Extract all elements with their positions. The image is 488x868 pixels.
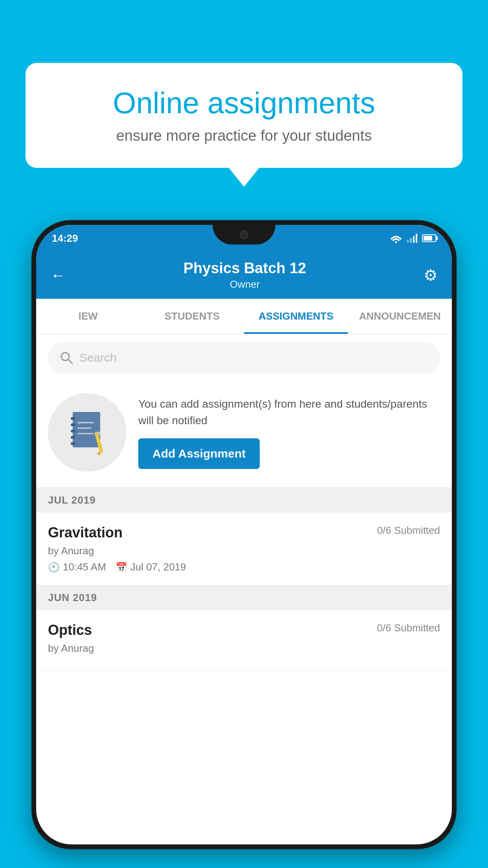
assignment-submitted-optics: 0/6 Submitted (377, 622, 440, 634)
tab-item-iew[interactable]: IEW (36, 299, 140, 334)
svg-rect-11 (77, 433, 94, 434)
promo-icon-circle (48, 393, 127, 472)
assignment-meta-gravitation: 🕙 10:45 AM 📅 Jul 07, 2019 (48, 561, 440, 573)
app-header: ← Physics Batch 12 Owner ⚙ (36, 252, 452, 299)
promo-description: You can add assignment(s) from here and … (138, 396, 440, 429)
back-button[interactable]: ← (50, 267, 66, 284)
speech-bubble-container: Online assignments ensure more practice … (26, 63, 462, 168)
assignment-item-optics[interactable]: Optics 0/6 Submitted by Anurag (36, 610, 452, 671)
tab-item-assignments[interactable]: ASSIGNMENTS (244, 299, 348, 334)
tab-item-announcements[interactable]: ANNOUNCEMEN (348, 299, 452, 334)
status-time: 14:29 (52, 232, 78, 245)
svg-rect-4 (71, 417, 75, 420)
assignment-time-gravitation: 10:45 AM (63, 561, 106, 573)
promo-content: You can add assignment(s) from here and … (138, 396, 440, 469)
header-title: Physics Batch 12 (183, 260, 306, 277)
speech-bubble-title: Online assignments (53, 86, 435, 120)
header-subtitle: Owner (183, 278, 306, 291)
tab-item-students[interactable]: STUDENTS (140, 299, 244, 334)
svg-rect-7 (71, 436, 75, 439)
clock-icon: 🕙 (48, 562, 60, 573)
search-bar[interactable]: Search (48, 342, 440, 373)
svg-rect-5 (71, 423, 75, 426)
camera (240, 230, 248, 239)
assignment-top-optics: Optics 0/6 Submitted (48, 622, 440, 638)
assignment-name-gravitation: Gravitation (48, 524, 123, 541)
search-container: Search (36, 334, 452, 381)
phone-inner: 14:29 (36, 225, 452, 844)
phone-frame: 14:29 (31, 220, 457, 849)
header-title-group: Physics Batch 12 Owner (183, 260, 306, 291)
meta-time-gravitation: 🕙 10:45 AM (48, 561, 106, 573)
notebook-icon (69, 410, 106, 455)
assignment-date-gravitation: Jul 07, 2019 (130, 561, 186, 573)
svg-rect-3 (73, 412, 100, 447)
battery-icon (422, 234, 436, 242)
assignment-item-gravitation[interactable]: Gravitation 0/6 Submitted by Anurag 🕙 10… (36, 513, 452, 585)
notch (213, 225, 275, 245)
assignment-top: Gravitation 0/6 Submitted (48, 524, 440, 541)
assignment-author-gravitation: by Anurag (48, 545, 440, 557)
svg-rect-8 (71, 442, 75, 445)
svg-rect-10 (77, 427, 92, 429)
speech-bubble-subtitle: ensure more practice for your students (53, 127, 435, 144)
calendar-icon: 📅 (116, 562, 127, 573)
status-icons (390, 234, 436, 243)
meta-date-gravitation: 📅 Jul 07, 2019 (116, 561, 186, 573)
month-header-jul: JUL 2019 (36, 488, 452, 513)
svg-line-2 (68, 360, 72, 364)
wifi-icon (390, 234, 402, 243)
month-header-jun: JUN 2019 (36, 585, 452, 610)
assignment-submitted-gravitation: 0/6 Submitted (377, 524, 440, 537)
svg-rect-9 (77, 422, 94, 423)
assignment-author-optics: by Anurag (48, 642, 440, 655)
signal-icon (407, 234, 417, 243)
svg-point-0 (395, 241, 397, 243)
settings-icon[interactable]: ⚙ (424, 266, 438, 284)
assignment-name-optics: Optics (48, 622, 92, 638)
promo-section: You can add assignment(s) from here and … (36, 381, 452, 488)
add-assignment-button[interactable]: Add Assignment (138, 438, 260, 469)
search-icon (60, 351, 73, 364)
svg-rect-6 (71, 430, 75, 432)
search-placeholder: Search (79, 351, 117, 364)
status-bar: 14:29 (36, 225, 452, 252)
speech-bubble: Online assignments ensure more practice … (26, 63, 462, 168)
tab-bar: IEW STUDENTS ASSIGNMENTS ANNOUNCEMEN (36, 299, 452, 334)
